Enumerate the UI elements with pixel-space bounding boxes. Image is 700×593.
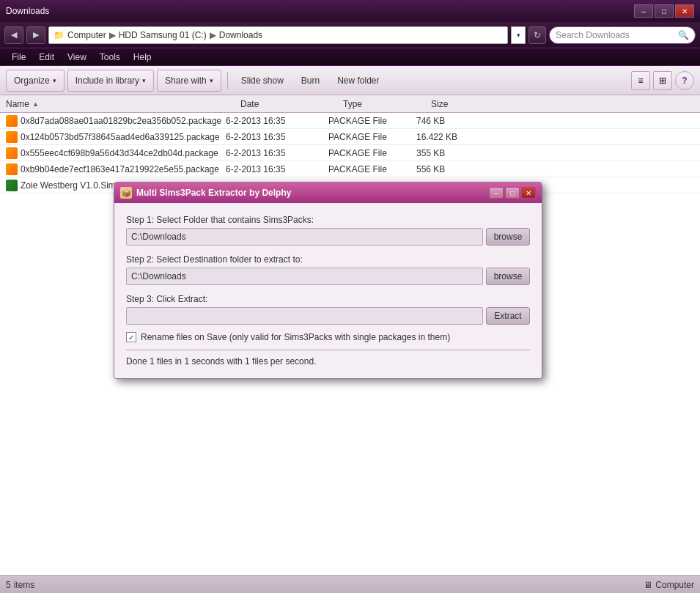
- step2-row: browse: [126, 268, 530, 285]
- dialog-status-message: Done 1 files in 1 seconds with 1 files p…: [126, 350, 530, 367]
- dialog-titlebar: 📦 Multi Sims3Pack Extractor by Delphy – …: [114, 183, 542, 203]
- step1-row: browse: [126, 228, 530, 246]
- rename-checkbox[interactable]: ✓: [126, 332, 136, 342]
- step1-label: Step 1: Select Folder that contains Sims…: [126, 215, 530, 225]
- dialog-controls: – □ ✕: [489, 187, 536, 199]
- dialog-title: Multi Sims3Pack Extractor by Delphy: [136, 188, 291, 198]
- browse2-button[interactable]: browse: [486, 268, 530, 285]
- checkbox-row: ✓ Rename files on Save (only valid for S…: [126, 332, 530, 342]
- browse1-button[interactable]: browse: [486, 228, 530, 246]
- modal-overlay: 📦 Multi Sims3Pack Extractor by Delphy – …: [0, 0, 700, 593]
- dialog: 📦 Multi Sims3Pack Extractor by Delphy – …: [114, 182, 542, 379]
- dialog-minimize-button[interactable]: –: [489, 187, 504, 199]
- dialog-title-left: 📦 Multi Sims3Pack Extractor by Delphy: [120, 187, 291, 199]
- step1-input[interactable]: [126, 228, 483, 246]
- dialog-close-button[interactable]: ✕: [521, 187, 536, 199]
- dialog-maximize-button[interactable]: □: [505, 187, 520, 199]
- extract-button[interactable]: Extract: [486, 307, 530, 325]
- step3-row: Extract: [126, 307, 530, 325]
- progress-bar-container: [126, 307, 483, 325]
- step2-label: Step 2: Select Destination folder to ext…: [126, 254, 530, 265]
- step2-input[interactable]: [126, 268, 483, 285]
- rename-checkbox-label: Rename files on Save (only valid for Sim…: [141, 332, 450, 342]
- step3-label: Step 3: Click Extract:: [126, 294, 530, 304]
- dialog-body: Step 1: Select Folder that contains Sims…: [114, 203, 542, 378]
- dialog-icon: 📦: [120, 187, 132, 199]
